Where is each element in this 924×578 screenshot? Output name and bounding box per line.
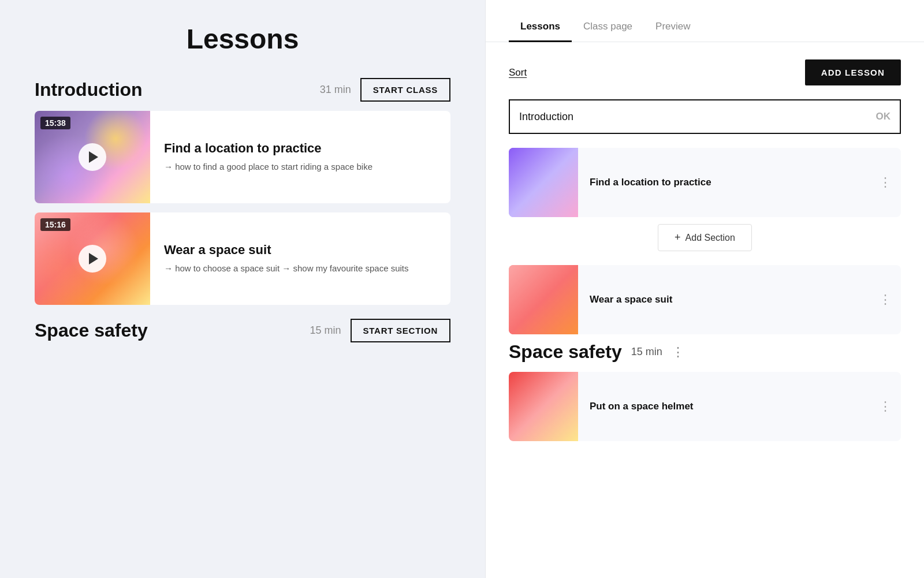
add-section-label: Add Section: [685, 233, 735, 243]
play-button-2[interactable]: [79, 245, 106, 273]
lesson-menu-icon-1[interactable]: ⋮: [870, 175, 901, 190]
right-lesson-title-helmet: Put on a space helmet: [590, 400, 858, 413]
right-lesson-thumb-1: [509, 148, 578, 217]
right-lesson-info-helmet: Put on a space helmet: [578, 390, 870, 423]
lesson-info-2: Wear a space suit → how to choose a spac…: [150, 231, 450, 287]
right-lesson-title-2: Wear a space suit: [590, 293, 858, 307]
left-panel: Lessons Introduction 31 min START CLASS …: [0, 0, 485, 578]
tab-class-page[interactable]: Class page: [572, 12, 644, 42]
space-safety-meta: 15 min START SECTION: [310, 319, 450, 342]
lesson-menu-icon-2[interactable]: ⋮: [870, 292, 901, 307]
plus-icon: +: [675, 232, 681, 244]
lesson-thumb-2: 15:16: [35, 212, 150, 305]
right-lesson-item-helmet: Put on a space helmet ⋮: [509, 372, 901, 441]
right-content: Sort ADD LESSON OK Find a location to pr…: [486, 42, 924, 465]
lesson-thumb-1: 15:38: [35, 111, 150, 203]
right-lesson-title-1: Find a location to practice: [590, 176, 858, 189]
intro-section-title: Introduction: [35, 79, 143, 100]
space-safety-right-title: Space safety: [509, 341, 622, 363]
ok-button[interactable]: OK: [876, 111, 891, 122]
lesson-card-find-location: 15:38 Find a location to practice → how …: [35, 111, 450, 203]
space-safety-right-duration: 15 min: [631, 346, 662, 358]
space-safety-menu-button[interactable]: ⋮: [672, 345, 684, 360]
sort-button[interactable]: Sort: [509, 67, 527, 79]
tab-preview[interactable]: Preview: [644, 12, 702, 42]
section-name-input[interactable]: [519, 111, 876, 123]
lesson-menu-icon-helmet[interactable]: ⋮: [870, 399, 901, 414]
right-panel: Lessons Class page Preview Sort ADD LESS…: [485, 0, 924, 578]
section-name-input-container: OK: [509, 99, 901, 134]
right-lesson-item-wear-suit: Wear a space suit ⋮: [509, 265, 901, 334]
play-button-1[interactable]: [79, 143, 106, 171]
lesson-title-1: Find a location to practice: [164, 141, 437, 156]
start-class-button[interactable]: START CLASS: [360, 78, 450, 102]
lesson-desc-2: → how to choose a space suit → show my f…: [164, 262, 437, 275]
lesson-duration-badge-2: 15:16: [40, 218, 70, 231]
right-lesson-thumb-helmet: [509, 372, 578, 441]
space-safety-right-label: Space safety 15 min ⋮: [509, 341, 901, 363]
intro-section-meta: 31 min START CLASS: [320, 78, 450, 102]
right-lesson-thumb-2: [509, 265, 578, 334]
lesson-info-1: Find a location to practice → how to fin…: [150, 129, 450, 185]
intro-section-header: Introduction 31 min START CLASS: [35, 78, 450, 102]
right-lesson-item-find-location: Find a location to practice ⋮: [509, 148, 901, 217]
page-title: Lessons: [35, 23, 450, 55]
space-safety-title: Space safety: [35, 320, 148, 341]
right-lesson-info-2: Wear a space suit: [578, 284, 870, 316]
lesson-desc-1: → how to find a good place to start ridi…: [164, 161, 437, 174]
right-lesson-info-1: Find a location to practice: [578, 166, 870, 199]
space-safety-right-section: Space safety 15 min ⋮ Put on a space hel…: [509, 341, 901, 441]
start-section-button[interactable]: START SECTION: [351, 319, 450, 342]
lesson-duration-badge-1: 15:38: [40, 117, 70, 129]
add-lesson-button[interactable]: ADD LESSON: [805, 59, 901, 85]
intro-section-duration: 31 min: [320, 84, 351, 96]
space-safety-duration: 15 min: [310, 325, 341, 337]
tabs-bar: Lessons Class page Preview: [486, 0, 924, 42]
space-safety-section-header: Space safety 15 min START SECTION: [35, 319, 450, 342]
add-section-container: + Add Section: [509, 224, 901, 251]
add-section-button[interactable]: + Add Section: [658, 224, 752, 251]
tab-lessons[interactable]: Lessons: [509, 12, 572, 42]
lesson-title-2: Wear a space suit: [164, 243, 437, 258]
toolbar: Sort ADD LESSON: [509, 59, 901, 85]
lesson-card-wear-suit: 15:16 Wear a space suit → how to choose …: [35, 212, 450, 305]
